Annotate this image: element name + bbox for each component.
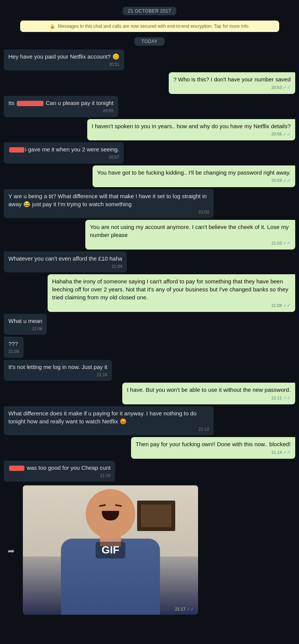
read-receipts: ✓✓ <box>283 178 291 184</box>
message-row: Y are u being a tit? What difference wil… <box>4 189 295 218</box>
message-text: was too good for you Cheap cunt <box>8 464 110 471</box>
message-text: ? Who is this? I don't have your number … <box>173 76 291 83</box>
gif-row: ➦ GIF <box>0 485 299 615</box>
message-time: 21:08 <box>32 326 43 332</box>
gif-time-row: 21:17 ✓✓ <box>175 606 194 612</box>
message-time: 20:57 <box>109 154 119 160</box>
lock-icon: 🔒 <box>50 24 55 29</box>
bubble-outgoing[interactable]: Then pay for your fucking own!! Done wit… <box>131 437 295 459</box>
message-time: 21:03 <box>271 240 282 246</box>
message-row: What difference does it make if u paying… <box>4 406 295 435</box>
bubble-outgoing[interactable]: ? Who is this? I don't have your number … <box>169 72 295 94</box>
bubble-incoming[interactable]: It's not letting me log in now. Just pay… <box>4 360 112 381</box>
read-receipts: ✓✓ <box>283 302 291 309</box>
message-text: I have. But you won't be able to use it … <box>127 386 291 393</box>
bubble-incoming[interactable]: Its Can u please pay it tonight 20:55 <box>4 96 118 117</box>
gif-read-receipts: ✓✓ <box>187 606 194 612</box>
message-row: Whatever you can't even afford the £10 h… <box>4 251 295 272</box>
read-receipts: ✓✓ <box>283 131 291 138</box>
redacted-name-sm2 <box>9 466 24 471</box>
message-row: It's not letting me log in now. Just pay… <box>4 360 295 381</box>
bubble-incoming[interactable]: was too good for you Cheap cunt 21:16 <box>4 461 115 482</box>
message-text: What u mean <box>8 318 42 324</box>
message-text: What difference does it make if u paying… <box>8 410 197 425</box>
bubble-incoming[interactable]: Hey have you paid your Netflix account? … <box>4 49 124 70</box>
read-receipts: ✓✓ <box>283 240 291 246</box>
message-text: i gave me it when you 2 were seeing. <box>8 146 119 153</box>
message-row: You have got to be fucking kidding.. I'l… <box>4 165 295 187</box>
message-time: 20:59 <box>271 178 282 183</box>
message-text: Its Can u please pay it tonight <box>8 100 114 106</box>
share-icon-area: ➦ <box>4 546 18 556</box>
message-time: 21:09 <box>8 349 19 355</box>
message-row: You are not using my account anymore. I … <box>4 220 295 250</box>
message-time: 20:55 <box>103 108 114 114</box>
message-time: 21:12 <box>198 426 209 432</box>
message-text: You are not using my account anymore. I … <box>90 224 289 238</box>
message-row: I have. But you won't be able to use it … <box>4 383 295 404</box>
today-badge: TODAY <box>134 37 165 46</box>
bubble-incoming[interactable]: Y are u being a tit? What difference wil… <box>4 189 214 218</box>
message-time: 21:11 <box>271 395 282 401</box>
chat-container: 21 OCTOBER 2017 🔒 Messages to this chat … <box>0 0 299 619</box>
redacted-name <box>17 101 43 106</box>
message-time: 21:10 <box>97 372 107 378</box>
bubble-incoming[interactable]: What u mean 21:08 <box>4 314 47 335</box>
message-row: I haven't spoken to you in years.. how a… <box>4 119 295 141</box>
bubble-incoming[interactable]: Whatever you can't even afford the £10 h… <box>4 251 127 272</box>
bubble-outgoing[interactable]: I haven't spoken to you in years.. how a… <box>87 119 295 141</box>
messages-area: Hey have you paid your Netflix account? … <box>0 49 299 482</box>
message-row: Hey have you paid your Netflix account? … <box>4 49 295 70</box>
bubble-outgoing[interactable]: You are not using my account anymore. I … <box>85 220 295 250</box>
message-text: Hahaha the irony of someone saying I can… <box>52 278 288 301</box>
message-time: 21:08 <box>271 303 282 308</box>
read-receipts: ✓✓ <box>283 395 291 401</box>
bubble-outgoing[interactable]: I have. But you won't be able to use it … <box>122 383 295 404</box>
message-text: Y are u being a tit? What difference wil… <box>8 193 207 207</box>
message-time: 21:14 <box>271 450 282 455</box>
message-time: 21:04 <box>112 264 122 269</box>
message-row: i gave me it when you 2 were seeing. 20:… <box>4 142 295 163</box>
bubble-incoming[interactable]: ??? 21:09 <box>4 337 24 358</box>
message-text: Hey have you paid your Netflix account? … <box>8 53 120 60</box>
bubble-outgoing[interactable]: Hahaha the irony of someone saying I can… <box>48 274 295 312</box>
message-time: 20:53 <box>271 85 282 91</box>
date-header: 21 OCTOBER 2017 <box>123 7 176 15</box>
message-text: It's not letting me log in now. Just pay… <box>8 364 107 370</box>
message-time: 21:02 <box>198 209 209 215</box>
message-row: ? Who is this? I don't have your number … <box>4 72 295 94</box>
read-receipts: ✓✓ <box>283 84 291 91</box>
message-row: Its Can u please pay it tonight 20:55 <box>4 96 295 117</box>
bubble-outgoing[interactable]: You have got to be fucking kidding.. I'l… <box>93 165 295 187</box>
gif-label: GIF <box>96 542 126 558</box>
message-row: Hahaha the irony of someone saying I can… <box>4 274 295 312</box>
share-icon[interactable]: ➦ <box>8 546 14 556</box>
message-row: Then pay for your fucking own!! Done wit… <box>4 437 295 459</box>
message-text: Whatever you can't even afford the £10 h… <box>8 255 122 262</box>
bubble-incoming[interactable]: i gave me it when you 2 were seeing. 20:… <box>4 142 124 163</box>
gif-time: 21:17 <box>175 607 185 611</box>
encryption-text: Messages to this chat and calls are now … <box>58 24 249 29</box>
message-time: 20:51 <box>109 62 120 67</box>
redacted-name-sm <box>9 147 24 153</box>
message-time: 20:56 <box>271 131 282 137</box>
message-text: You have got to be fucking kidding.. I'l… <box>97 169 291 176</box>
message-row: was too good for you Cheap cunt 21:16 <box>4 461 295 482</box>
message-row: ??? 21:09 <box>4 337 295 358</box>
message-text: Then pay for your fucking own!! Done wit… <box>136 441 291 447</box>
message-time: 21:16 <box>100 473 111 479</box>
message-text: ??? <box>8 340 18 347</box>
read-receipts: ✓✓ <box>283 449 291 456</box>
gif-container[interactable]: GIF 21:17 ✓✓ <box>23 485 198 615</box>
bubble-incoming[interactable]: What difference does it make if u paying… <box>4 406 214 435</box>
message-row: What u mean 21:08 <box>4 314 295 335</box>
encryption-notice[interactable]: 🔒 Messages to this chat and calls are no… <box>20 21 279 32</box>
message-text: I haven't spoken to you in years.. how a… <box>92 123 291 129</box>
